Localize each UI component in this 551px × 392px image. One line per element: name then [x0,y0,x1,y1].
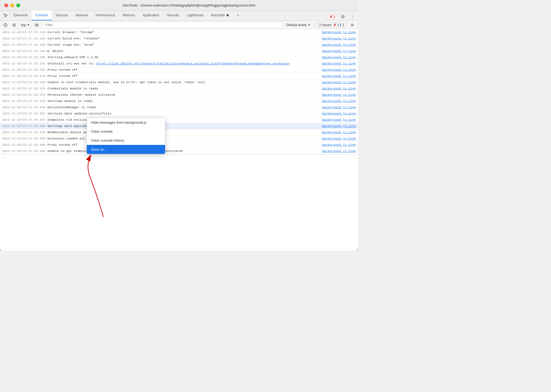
context-selector[interactable]: top ▼ [20,23,31,27]
row-source[interactable]: background.js:1144 [318,74,356,79]
row-timestamp: 2022-12-02T15:37:25.191 [2,61,45,66]
table-row: 2022-12-02T15:37:25.600 Unable to get en… [0,148,358,154]
table-row: 2022-12-02T15:37:25.597 Services data up… [0,111,358,117]
console-prompt: › [0,154,358,160]
row-timestamp: 2022-12-02T15:37:25.165 [2,36,45,41]
menu-item-save-as[interactable]: Save as... [87,145,165,154]
settings-filter-button[interactable] [11,22,17,28]
close-button[interactable] [4,4,8,7]
tab-elements[interactable]: Elements [10,11,32,20]
row-source[interactable]: background.js:1144 [318,149,356,154]
filter-input[interactable] [44,23,280,27]
default-levels-label: Default levels [286,23,307,27]
row-source[interactable]: background.js:1144 [318,124,356,129]
issues-label: 2 Issues: [319,23,332,27]
context-dropdown-icon: ▼ [27,23,30,26]
issues-badge[interactable]: 2 Issues: ✗ 1 ℹ 1 [317,22,347,28]
default-levels-button[interactable]: Default levels ▼ [285,23,312,27]
devtools-tabs-right: ✗ 1 ⚙ ⋮ [327,13,357,20]
issues-info-count: 1 [342,23,344,27]
row-timestamp: 2022-12-02T15:37:25.188 [2,55,45,60]
titlebar: DevTools - chrome-extension://hhdobjgopf… [0,0,358,11]
context-label: top [21,23,26,27]
devtools-tabbar: Elements Console Sources Network Perform… [0,11,358,21]
row-source[interactable]: background.js:1144 [318,80,356,85]
row-source[interactable]: background.js:1144 [318,142,356,147]
row-timestamp: 2022-12-02T15:37:25.600 [2,149,45,154]
table-row: 2022-12-02T15:37:25.188 Starting AdGuard… [0,54,358,61]
row-timestamp: 2022-12-02T15:37:25.600 [2,142,45,147]
error-badge[interactable]: ✗ 1 [327,14,338,20]
row-timestamp: 2022-12-02T15:37:25.133 [2,30,45,35]
table-row: 2022-12-02T15:37:25.430 Settings module … [0,98,358,104]
row-source[interactable]: background.js:1144 [318,61,356,66]
console-content[interactable]: 2022-12-02T15:37:25.133 Current browser:… [0,29,358,251]
tab-console[interactable]: Console [32,11,52,20]
table-row: 2022-12-02T15:37:25.191 Proxy turned off… [0,67,358,73]
clear-console-button[interactable] [2,22,9,28]
row-timestamp: 2022-12-02T15:37:25.598 [2,124,45,129]
more-options-button[interactable]: ⋮ [348,13,357,20]
table-row: 2022-12-02T15:37:25.598 Settings were ap… [0,123,358,129]
inspect-icon[interactable] [1,11,10,20]
row-source[interactable]: background.js:1144 [318,86,356,91]
table-row: 2022-12-02T15:37:25.429 Proxy turned off… [0,73,358,79]
window-title: DevTools - chrome-extension://hhdobjgopf… [24,3,354,7]
row-source[interactable]: background.js:1144 [318,42,356,47]
table-row: 2022-12-02T15:37:25.165 Current stage en… [0,42,358,48]
menu-item-clear-history[interactable]: Clear console history [87,136,165,145]
settings-button[interactable]: ⚙ [339,13,347,20]
tab-lighthouse[interactable]: Lighthouse [183,11,207,20]
levels-dropdown-icon: ▼ [308,23,311,26]
toolbar-settings-button[interactable]: ⚙ [349,22,356,28]
traffic-lights [4,4,20,7]
table-row: 2022-12-02T15:37:25.597 Endpoints tld ex… [0,117,358,123]
row-message: Proxy turned off [48,67,318,72]
tab-performance[interactable]: Performance [92,11,119,20]
row-message: ExclusionsManager is ready [48,105,318,110]
row-message: Settings module is ready [48,99,318,104]
table-row: 2022-12-02T15:37:25.184 ▶ Object backgro… [0,48,358,54]
prompt-icon: › [2,156,4,159]
table-row: 2022-12-02T15:37:25.599 Extension loaded… [0,136,358,142]
tab-recorder[interactable]: Recorder ⏺ [207,11,233,20]
row-source[interactable]: background.js:1144 [318,99,356,104]
maximize-button[interactable] [16,4,20,7]
tab-network[interactable]: Network [72,11,92,20]
tab-more[interactable]: » [233,11,243,20]
row-source[interactable]: background.js:1144 [318,30,356,35]
uninstall-url-link[interactable]: https://link.adtidy.net/forward.html?act… [96,62,290,65]
row-message: Unable to init credentials module, due t… [48,80,318,85]
eye-icon-button[interactable] [33,22,40,28]
toolbar-divider [314,23,315,27]
table-row: 2022-12-02T15:37:25.599 NonRoutable modu… [0,129,358,136]
row-message: Current stage env: "prod" [48,42,318,47]
row-source[interactable]: background.js:1144 [318,92,356,97]
issues-error-icon: ✗ [333,23,336,27]
row-message: Credentials module is ready [48,86,318,91]
tab-security[interactable]: Security [163,11,183,20]
menu-item-hide[interactable]: Hide messages from background.js [87,118,165,127]
row-source[interactable]: background.js:1144 [318,36,356,41]
row-source[interactable]: background.js:1144 [318,105,356,110]
minimize-button[interactable] [10,4,14,7]
row-source[interactable]: background.js:1144 [318,49,356,54]
row-timestamp: 2022-12-02T15:37:25.429 [2,86,45,91]
menu-item-clear[interactable]: Clear console [87,127,165,136]
expand-arrow-icon[interactable]: ▶ [48,49,49,53]
row-source[interactable]: background.js:1144 [318,136,356,141]
table-row: 2022-12-02T15:37:25.191 Uninstall url wa… [0,61,358,67]
filter-area[interactable] [42,22,282,28]
row-timestamp: 2022-12-02T15:37:25.597 [2,117,45,122]
row-source[interactable]: background.js:1144 [318,67,356,72]
issues-info-icon: ℹ [340,23,341,27]
row-source[interactable]: background.js:1144 [318,55,356,60]
table-row: 2022-12-02T15:37:25.429 Credentials modu… [0,86,358,92]
tab-application[interactable]: Application [139,11,163,20]
row-source[interactable]: background.js:1144 [318,111,356,116]
row-timestamp: 2022-12-02T15:37:25.429 [2,80,45,85]
row-source[interactable]: background.js:1144 [318,117,356,122]
row-source[interactable]: background.js:1144 [318,130,356,135]
tab-memory[interactable]: Memory [119,11,139,20]
tab-sources[interactable]: Sources [52,11,72,20]
